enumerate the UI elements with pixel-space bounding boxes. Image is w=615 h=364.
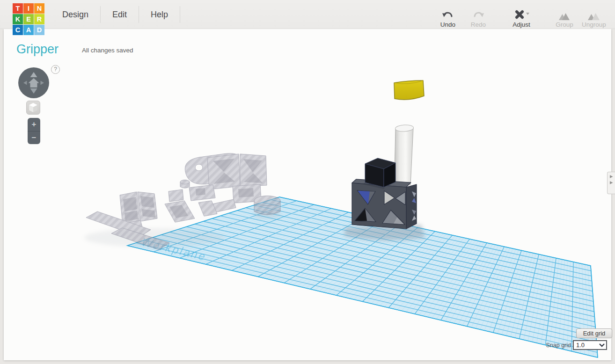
redo-icon	[461, 6, 496, 21]
redo-button[interactable]: Redo	[461, 6, 496, 28]
panel-tab-icon	[610, 181, 613, 184]
view-cube-button[interactable]	[26, 101, 40, 115]
zoom-out-button[interactable]: −	[28, 131, 40, 144]
viewport-canvas[interactable]: Workplane	[0, 0, 615, 364]
logo-tile: K	[13, 14, 23, 24]
menu-divider	[180, 6, 180, 23]
logo-tile: T	[13, 3, 23, 14]
view-navigation-pad[interactable]	[18, 67, 49, 98]
adjust-button[interactable]: Adjust	[504, 6, 539, 28]
logo-tile: C	[13, 25, 23, 35]
cube-icon	[27, 102, 39, 114]
object-white-cylinder[interactable]	[395, 124, 414, 185]
logo-tile: I	[23, 3, 34, 14]
menu-edit[interactable]: Edit	[101, 10, 139, 20]
logo-tile: D	[34, 25, 44, 35]
logo-tile: A	[23, 25, 34, 35]
zoom-control: + −	[28, 118, 40, 144]
tinkercad-logo[interactable]: T I N K E R C A D	[13, 3, 44, 35]
logo-tile: R	[34, 14, 44, 24]
object-black-cube[interactable]	[363, 158, 395, 189]
undo-icon	[431, 6, 465, 21]
collapsed-panel-tab[interactable]	[607, 172, 615, 194]
edit-grid-button[interactable]: Edit grid	[576, 328, 612, 338]
adjust-icon	[504, 6, 539, 21]
logo-tile: N	[34, 3, 44, 14]
panel-tab-icon	[610, 175, 613, 178]
logo-tile: E	[23, 14, 34, 24]
ghost-cylinder-top[interactable]	[254, 196, 280, 206]
design-title[interactable]: Gripper	[16, 42, 59, 57]
snap-grid-value: 1.0	[574, 342, 598, 349]
menu-design[interactable]: Design	[51, 10, 100, 20]
undo-button[interactable]: Undo	[431, 6, 465, 28]
main-menu: Design Edit Help	[51, 0, 180, 29]
object-yellow-cylinder[interactable]	[394, 80, 424, 100]
snap-grid-select[interactable]: 1.0	[573, 340, 607, 350]
help-button[interactable]: ?	[51, 65, 60, 74]
menu-help[interactable]: Help	[139, 10, 180, 20]
zoom-in-button[interactable]: +	[28, 118, 40, 131]
ungroup-icon	[577, 6, 611, 21]
ungroup-button[interactable]: Ungroup	[577, 6, 611, 28]
save-status: All changes saved	[82, 47, 133, 54]
snap-grid-label: Snap grid	[529, 342, 571, 349]
chevron-down-icon	[598, 343, 606, 347]
dropdown-arrow-icon	[526, 13, 529, 15]
